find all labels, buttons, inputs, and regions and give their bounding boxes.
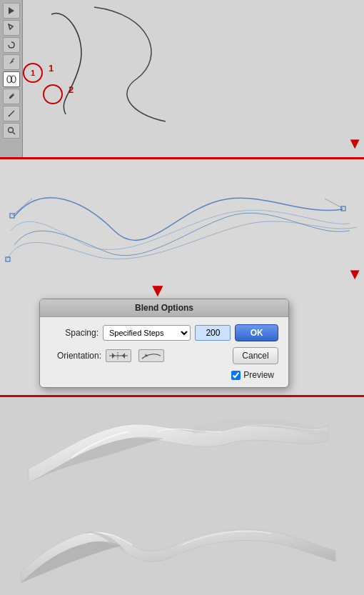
tool-measure[interactable] [3,106,20,121]
tool-lasso[interactable] [3,37,20,53]
svg-point-6 [12,93,14,94]
red-divider-2 [0,395,364,397]
annotation-circle-2 [43,84,63,104]
steps-input[interactable] [195,325,231,341]
tool-blend[interactable] [3,71,20,87]
toolbar [0,0,23,157]
annotation-circle-1: 1 [23,63,43,83]
spacing-dropdown[interactable]: Specified Steps Specified Distance Smoot… [103,325,191,341]
svg-line-2 [12,59,14,60]
spacing-label: Spacing: [50,328,98,338]
step2-arrow-down [347,265,363,284]
svg-line-10 [13,132,15,134]
tool-arrow[interactable] [3,3,20,19]
svg-point-9 [8,128,13,133]
section3-panel [0,397,364,595]
preview-label: Preview [243,370,274,380]
orientation-label: Orientation: [50,351,101,361]
blend-options-dialog[interactable]: Blend Options Spacing: Specified Steps S… [39,299,289,388]
section1-panel: 1 1 2 [0,0,364,157]
tool-zoom[interactable] [3,123,20,139]
dialog-indicator-arrow [148,279,167,301]
svg-point-4 [11,76,16,83]
svg-point-3 [7,76,11,83]
ok-button[interactable]: OK [235,324,278,341]
cancel-button[interactable]: Cancel [233,347,278,364]
svg-marker-1 [9,24,13,29]
circle-1-label: 1 [31,69,35,77]
tool-direct-select[interactable] [3,20,20,36]
step-number-1: 1 [49,63,54,74]
step-number-2: 2 [69,84,74,95]
svg-rect-11 [23,0,364,157]
dialog-title: Blend Options [40,299,288,317]
canvas-area-1: 1 1 2 [23,0,364,157]
orientation-align-to-path[interactable] [138,349,164,362]
ribbon-shape-1 [14,404,343,490]
svg-marker-19 [112,353,115,359]
tool-pen[interactable] [3,54,20,70]
preview-checkbox[interactable] [231,371,241,380]
section2-panel: Blend Options Spacing: Specified Steps S… [0,159,364,395]
step1-arrow-down [347,134,363,153]
red-divider-1 [0,157,364,159]
ribbon-shape-2 [14,501,343,586]
tool-eyedropper[interactable] [3,89,20,104]
svg-marker-0 [9,7,14,14]
orientation-align-to-page[interactable] [106,349,131,362]
svg-marker-20 [122,353,125,359]
